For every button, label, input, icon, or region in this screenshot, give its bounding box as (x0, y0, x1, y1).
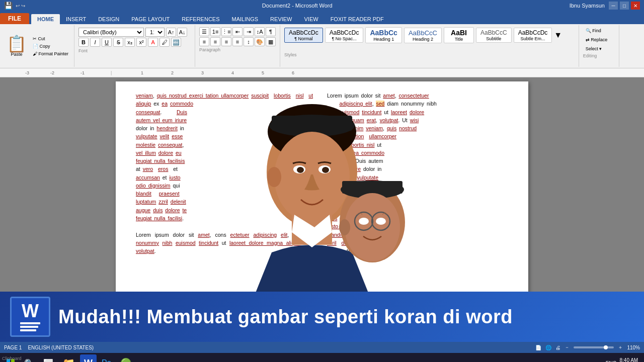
view-print-icon[interactable]: 🖨 (555, 345, 560, 350)
word-logo-lines (20, 322, 40, 331)
style-no-spacing[interactable]: AaBbCcDc ¶ No Spac... (325, 28, 364, 43)
svg-point-18 (359, 218, 369, 225)
replace-button[interactable]: ⇄ Replace (583, 36, 610, 43)
tab-view[interactable]: VIEW (298, 14, 325, 24)
font-color-button[interactable]: 🔤 (171, 38, 181, 47)
styles-scroll-down[interactable]: ▼ (554, 31, 562, 40)
minimize-button[interactable]: ─ (609, 2, 618, 10)
zoom-out-button[interactable]: － (565, 344, 570, 351)
document-page: veniam, quis nostrud exerci tation ullam… (116, 81, 528, 323)
svg-point-20 (339, 219, 350, 235)
paste-button[interactable]: 📋 Paste (3, 34, 30, 58)
justify-button[interactable]: ≡ (232, 37, 243, 46)
promotional-banner: W Mudah!!! Membuat gambar seperti koran … (0, 292, 644, 342)
doc-line-1 (20, 322, 40, 324)
bullets-button[interactable]: ☰ (199, 27, 209, 36)
style-heading2[interactable]: AaBbCcC Heading 2 (404, 28, 442, 43)
increase-indent-button[interactable]: ⇥ (244, 27, 254, 36)
paste-icon: 📋 (7, 36, 27, 52)
svg-point-14 (345, 193, 400, 261)
strikethrough-button[interactable]: S̶ (113, 38, 123, 47)
ruler: -3 -2 -1 | 1 2 3 4 5 6 (0, 68, 644, 77)
superscript-button[interactable]: x² (136, 38, 146, 47)
tab-home[interactable]: HOME (31, 14, 60, 24)
style-subtitle[interactable]: AaBbCcC Subtitle (476, 28, 512, 43)
decrease-font-button[interactable]: A↓ (177, 28, 187, 37)
tab-file[interactable]: FILE (0, 13, 29, 24)
close-button[interactable]: ✕ (631, 2, 640, 10)
tab-pagelayout[interactable]: PAGE LAYOUT (125, 14, 176, 24)
svg-point-9 (267, 167, 281, 187)
window-title: Document2 - Microsoft Word (25, 3, 570, 9)
text-color-button[interactable]: A (148, 38, 158, 47)
view-web-icon[interactable]: 🌐 (545, 345, 551, 350)
ribbon: 📋 Paste ✂ Cut 📄 Copy 🖌 Format Painter Cl… (0, 24, 644, 68)
format-painter-button[interactable]: 🖌 Format Painter (30, 50, 71, 57)
svg-point-19 (376, 218, 386, 225)
zoom-thumb (604, 345, 608, 349)
tab-design[interactable]: DESIGN (92, 14, 125, 24)
search-button[interactable]: 🔍 (20, 354, 38, 362)
tab-mailings[interactable]: MAILINGS (226, 14, 265, 24)
style-title[interactable]: AaBI Title (444, 27, 474, 43)
zoom-slider[interactable] (574, 346, 614, 348)
editing-label: Editing (583, 53, 597, 58)
cut-button[interactable]: ✂ Cut (30, 35, 71, 42)
word-taskbar-button[interactable]: W (80, 354, 97, 362)
clipboard-label: Clipboard (2, 356, 22, 361)
word-logo-letter: W (22, 302, 39, 320)
align-right-button[interactable]: ≡ (221, 37, 231, 46)
chrome-button[interactable]: 🟢 (116, 354, 135, 362)
tab-review[interactable]: REVIEW (264, 14, 298, 24)
tab-insert[interactable]: INSERT (60, 14, 92, 24)
doc-line-2 (20, 326, 38, 328)
align-left-button[interactable]: ≡ (199, 37, 209, 46)
sort-button[interactable]: ↕A (255, 27, 265, 36)
shading-button[interactable]: 🎨 (255, 37, 265, 46)
file-explorer-button[interactable]: 📁 (58, 354, 79, 362)
underline-button[interactable]: U (102, 38, 112, 47)
paragraph-label: Paragraph (199, 47, 220, 52)
doc-line-3 (20, 329, 36, 331)
copy-button[interactable]: 📄 Copy (30, 43, 71, 50)
title-bar: 💾 ↩ ↪ Document2 - Microsoft Word Ibnu Sy… (0, 0, 644, 11)
page-info: PAGE 1 (4, 345, 22, 350)
increase-font-button[interactable]: A↑ (166, 28, 176, 37)
tab-foxit[interactable]: FOXIT READER PDF (325, 14, 390, 24)
zoom-level: 110% (627, 345, 640, 350)
select-button[interactable]: Select ▾ (583, 45, 610, 52)
font-group: Calibri (Body) 11 A↑ A↓ B I U S̶ x₂ x² A… (74, 25, 195, 67)
numbered-list-button[interactable]: 1≡ (210, 27, 220, 36)
svg-point-8 (322, 167, 329, 173)
svg-point-7 (297, 167, 304, 173)
photoshop-button[interactable]: Ps (98, 354, 115, 362)
view-normal-icon[interactable]: 📄 (535, 345, 541, 350)
bold-button[interactable]: B (78, 38, 89, 47)
font-family-select[interactable]: Calibri (Body) (78, 28, 144, 37)
decrease-indent-button[interactable]: ⇤ (232, 27, 243, 36)
multilevel-list-button[interactable]: ⋮≡ (221, 27, 231, 36)
highlight-button[interactable]: 🖊 (159, 38, 170, 47)
line-spacing-button[interactable]: ↕ (244, 37, 254, 46)
style-heading1[interactable]: AaBbCc Heading 1 (365, 27, 401, 43)
font-label: Font (78, 48, 88, 53)
italic-button[interactable]: I (90, 38, 100, 47)
subscript-button[interactable]: x₂ (125, 38, 135, 47)
taskbar-lang: ENG (606, 360, 617, 363)
editing-group: 🔍 Find ⇄ Replace Select ▾ Editing (579, 25, 619, 67)
taskbar: 🔍 ⬜ 📁 W Ps 🟢 ENG 8:40 AM 5/20/2019 (0, 353, 644, 362)
status-bar: PAGE 1 ENGLISH (UNITED STATES) 📄 🌐 🖨 － ＋… (0, 342, 644, 353)
align-center-button[interactable]: ≡ (210, 37, 220, 46)
style-subtle-em[interactable]: AaBbCcDc Subtle Em... (514, 28, 552, 43)
maximize-button[interactable]: □ (620, 2, 629, 10)
task-view-button[interactable]: ⬜ (39, 354, 57, 362)
borders-button[interactable]: ▦ (266, 37, 276, 46)
find-button[interactable]: 🔍 Find (583, 27, 610, 34)
style-normal[interactable]: AaBbCcDc ¶ Normal (284, 28, 323, 43)
zoom-in-button[interactable]: ＋ (618, 344, 623, 351)
taskbar-right: ENG 8:40 AM 5/20/2019 (606, 357, 642, 362)
show-marks-button[interactable]: ¶ (266, 27, 276, 36)
tab-references[interactable]: REFERENCES (176, 14, 225, 24)
font-size-select[interactable]: 11 (145, 28, 165, 37)
paragraph-group: ☰ 1≡ ⋮≡ ⇤ ⇥ ↕A ¶ ≡ ≡ ≡ ≡ ↕ 🎨 ▦ Paragraph (195, 25, 280, 67)
